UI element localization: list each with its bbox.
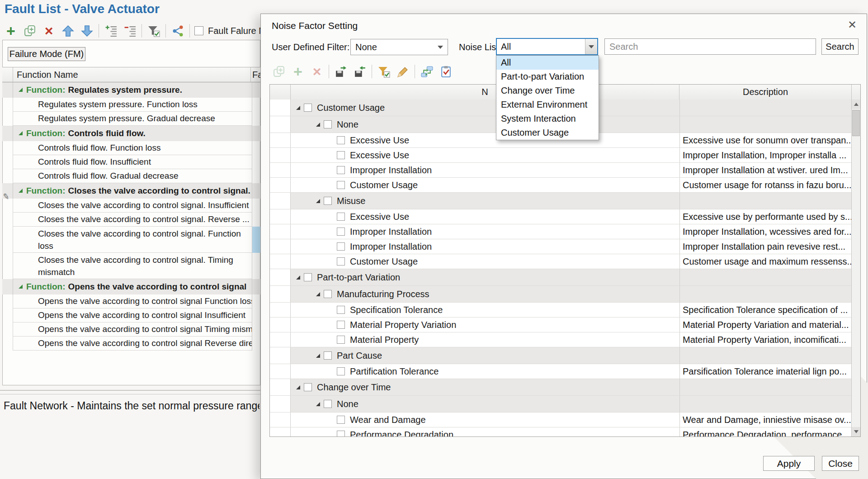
failure-mode-row[interactable]: Opens the valve according to control sig… xyxy=(2,294,260,308)
move-up-icon[interactable] xyxy=(61,24,75,38)
noise-factor-row[interactable]: Part-to-part Variation xyxy=(270,269,851,286)
dropdown-option[interactable]: External Environment xyxy=(496,98,599,112)
apply-button[interactable]: Apply xyxy=(763,456,815,471)
failure-mode-row[interactable]: Opens the valve according to control sig… xyxy=(2,322,260,337)
failure-mode-row[interactable]: Controls fluid flow. Function loss xyxy=(2,141,260,155)
scroll-down-arrow[interactable] xyxy=(852,427,860,436)
function-name-column-header[interactable]: Function Name xyxy=(13,67,251,82)
row-checkbox[interactable] xyxy=(324,400,332,408)
function-group-row[interactable]: Function:Controls fluid flow. xyxy=(2,126,260,141)
row-checkbox[interactable] xyxy=(324,120,332,128)
row-checkbox[interactable] xyxy=(304,273,312,281)
noise-factor-row[interactable]: Change over Time xyxy=(270,379,851,396)
failure-mode-row[interactable]: Closes the valve according to control si… xyxy=(2,253,260,279)
export-icon[interactable] xyxy=(334,64,348,79)
row-checkbox[interactable] xyxy=(337,242,345,251)
noise-factor-row[interactable]: Improper InstallationImproper Installati… xyxy=(270,163,851,178)
row-checkbox[interactable] xyxy=(304,104,312,112)
failure-mode-row[interactable]: Controls fluid flow. Insufficient xyxy=(2,155,260,169)
failure-mode-row[interactable]: Regulates system pressure. Function loss xyxy=(2,98,260,112)
function-group-row[interactable]: Function:Regulates system pressure. xyxy=(2,82,260,98)
collapse-triangle-icon[interactable] xyxy=(296,275,300,280)
add-icon[interactable]: + xyxy=(4,24,18,38)
collapse-triangle-icon[interactable] xyxy=(19,131,23,135)
collapse-triangle-icon[interactable] xyxy=(19,88,23,92)
function-group-row[interactable]: Function:Opens the valve according to co… xyxy=(2,279,260,294)
combo-dropdown-button[interactable] xyxy=(585,39,597,54)
dialog-close-icon[interactable]: ✕ xyxy=(848,19,857,31)
scrollbar-thumb[interactable] xyxy=(852,110,860,136)
row-checkbox[interactable] xyxy=(324,290,332,298)
copy-icon[interactable] xyxy=(23,24,37,38)
noise-factor-row[interactable]: Excessive UseImproper Installation, Impr… xyxy=(270,148,851,163)
checkbox-column-header[interactable] xyxy=(270,85,291,100)
noise-factor-row[interactable]: Partification ToleranceParsification Tol… xyxy=(270,364,851,379)
search-button[interactable]: Search xyxy=(821,38,859,55)
function-group-row[interactable]: Function:Closes the valve according to c… xyxy=(2,183,260,199)
dropdown-option[interactable]: Change over Time xyxy=(496,84,599,98)
dropdown-option[interactable]: All xyxy=(496,56,599,70)
collapse-triangle-icon[interactable] xyxy=(316,402,320,406)
failure-mode-row[interactable]: Closes the valve according to control si… xyxy=(2,213,260,227)
add-icon[interactable]: + xyxy=(291,64,305,79)
noise-factor-row[interactable]: Customer UsageCustomer usage for rotanss… xyxy=(270,178,851,193)
collapse-all-icon[interactable] xyxy=(123,24,137,38)
failure-mode-row[interactable]: Controls fluid flow. Gradual decrease xyxy=(2,169,260,183)
checklist-icon[interactable] xyxy=(439,64,453,79)
row-checkbox[interactable] xyxy=(337,431,345,436)
row-checkbox[interactable] xyxy=(337,151,345,159)
noise-factor-row[interactable]: Material Property VariationMaterial Prop… xyxy=(270,318,851,332)
row-checkbox[interactable] xyxy=(324,351,332,360)
collapse-triangle-icon[interactable] xyxy=(296,385,300,389)
fa-column-header[interactable]: Fa xyxy=(251,67,260,82)
row-checkbox[interactable] xyxy=(337,136,345,144)
collapse-triangle-icon[interactable] xyxy=(19,285,23,289)
dropdown-option[interactable]: Customer Usage xyxy=(496,126,599,140)
noise-factor-row[interactable]: Improper InstallationImproper Installati… xyxy=(270,239,851,254)
filter-check-icon[interactable] xyxy=(146,24,161,38)
search-input[interactable] xyxy=(604,38,816,55)
failure-mode-row[interactable]: Opens the valve according to control sig… xyxy=(2,337,260,351)
noise-column-header[interactable]: N xyxy=(291,85,679,100)
fault-failure-checkbox[interactable] xyxy=(194,26,203,35)
row-checkbox[interactable] xyxy=(324,197,332,205)
noise-factor-row[interactable]: Specification ToleranceSpecification Tol… xyxy=(270,303,851,318)
row-checkbox[interactable] xyxy=(337,181,345,189)
row-checkbox[interactable] xyxy=(337,336,345,344)
row-checkbox[interactable] xyxy=(337,367,345,375)
scroll-up-arrow[interactable] xyxy=(852,100,860,109)
tab-failure-mode[interactable]: Failure Mode (FM) xyxy=(8,47,85,61)
import-icon[interactable] xyxy=(353,64,367,79)
move-down-icon[interactable] xyxy=(80,24,94,38)
edit-pencil-icon[interactable] xyxy=(396,64,410,79)
noise-factor-row[interactable]: Performance DegradationPerformance Degra… xyxy=(270,427,851,436)
user-defined-filter-select[interactable]: None xyxy=(350,39,448,55)
collapse-triangle-icon[interactable] xyxy=(316,292,320,296)
row-checkbox[interactable] xyxy=(337,416,345,424)
row-checkbox[interactable] xyxy=(337,166,345,174)
dropdown-option[interactable]: Part-to-part Variation xyxy=(496,70,599,84)
row-checkbox[interactable] xyxy=(337,257,345,266)
row-checkbox[interactable] xyxy=(337,213,345,221)
row-checkbox[interactable] xyxy=(337,321,345,329)
description-column-header[interactable]: Description xyxy=(679,85,852,100)
vertical-scrollbar[interactable] xyxy=(851,100,860,436)
collapse-triangle-icon[interactable] xyxy=(296,106,300,110)
copy-icon[interactable] xyxy=(272,64,286,79)
noise-factor-row[interactable]: Wear and DamageWear and Damage, inniesti… xyxy=(270,413,851,427)
noise-factor-row[interactable]: Misuse xyxy=(270,193,851,209)
failure-mode-row[interactable]: Closes the valve according to control si… xyxy=(2,199,260,213)
noise-factor-row[interactable]: Customer UsageCustomer usage and maximum… xyxy=(270,254,851,269)
noise-list-combobox[interactable]: All xyxy=(496,38,598,55)
delete-icon[interactable]: × xyxy=(42,24,56,38)
collapse-triangle-icon[interactable] xyxy=(316,123,320,127)
filter-check-icon[interactable] xyxy=(377,64,391,79)
noise-factor-row[interactable]: Excessive UseExcessive use by performant… xyxy=(270,209,851,224)
noise-factor-row[interactable]: Part Cause xyxy=(270,347,851,364)
close-button[interactable]: Close xyxy=(822,456,859,471)
failure-mode-row[interactable]: Opens the valve according to control sig… xyxy=(2,308,260,322)
row-checkbox[interactable] xyxy=(304,383,312,391)
collapse-triangle-icon[interactable] xyxy=(316,354,320,358)
failure-mode-row[interactable]: Closes the valve according to control si… xyxy=(2,227,260,253)
noise-factor-row[interactable]: Manufacturing Process xyxy=(270,286,851,303)
